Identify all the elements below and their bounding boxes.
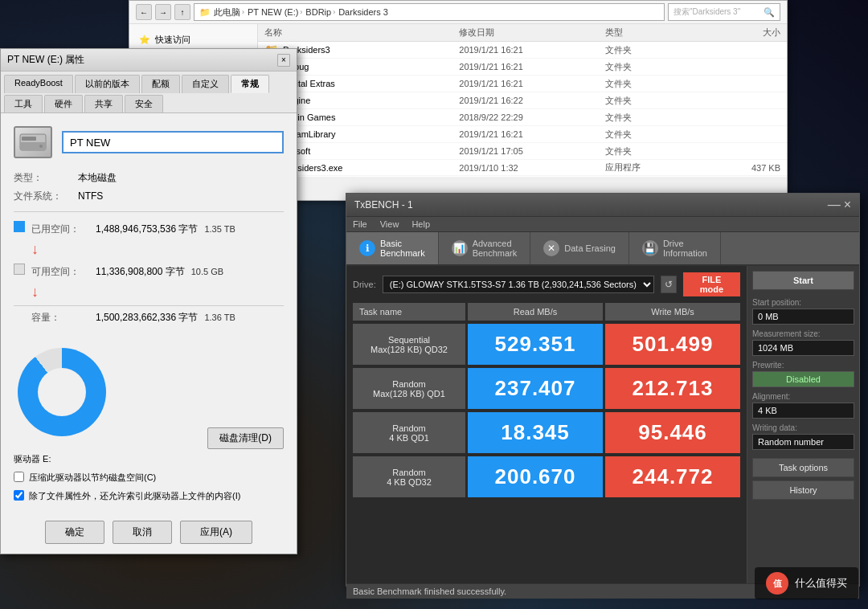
tab-basic-benchmark[interactable]: ℹ BasicBenchmark <box>346 232 439 264</box>
drive-letter-label: 驱动器 E: <box>14 453 51 465</box>
txbench-min-btn[interactable]: — <box>828 198 841 212</box>
tab-security[interactable]: 安全 <box>125 95 163 112</box>
star-icon: ⭐ <box>139 35 150 45</box>
total-label: 容量： <box>31 311 96 325</box>
ok-btn[interactable]: 确定 <box>45 521 104 544</box>
index-checkbox[interactable] <box>14 490 24 501</box>
tab-hardware[interactable]: 硬件 <box>44 95 83 112</box>
menu-view[interactable]: View <box>380 219 399 229</box>
props-title: PT NEW (E:) 属性 <box>7 53 84 67</box>
list-item[interactable]: 📁Engine 2019/1/21 16:22 文件夹 <box>258 92 787 109</box>
file-type: 文件夹 <box>605 78 702 90</box>
watermark-text: 什么值得买 <box>795 576 847 591</box>
header-size: 大小 <box>702 27 780 39</box>
data-erasing-label: Data Erasing <box>564 243 616 253</box>
index-checkbox-row: 除了文件属性外，还允许索引此驱动器上文件的内容(I) <box>14 490 284 502</box>
tab-general[interactable]: 常规 <box>231 75 269 93</box>
file-date: 2019/1/21 16:21 <box>459 79 605 88</box>
tab-tools[interactable]: 工具 <box>4 95 43 112</box>
history-btn[interactable]: History <box>752 480 854 500</box>
checkboxes-area: 压缩此驱动器以节约磁盘空间(C) 除了文件属性外，还允许索引此驱动器上文件的内容… <box>14 472 284 502</box>
drive-select-row: Drive: (E:) GLOWAY STK1.5TS3-S7 1.36 TB … <box>353 272 740 296</box>
writing-value: Random number <box>752 434 854 450</box>
file-date: 2019/1/21 16:21 <box>459 129 605 139</box>
bench-write-value: 501.499 <box>605 324 740 365</box>
drive-name-input[interactable] <box>62 131 284 153</box>
tab-previous[interactable]: 以前的版本 <box>75 75 140 93</box>
tab-quota[interactable]: 配额 <box>141 75 180 93</box>
nav-up-btn[interactable]: ↑ <box>174 4 190 20</box>
props-close-btn[interactable]: × <box>277 54 290 67</box>
used-row: 已用空间： 1,488,946,753,536 字节 1.35 TB <box>14 220 284 236</box>
file-type: 应用程序 <box>605 161 702 174</box>
list-item[interactable]: 📁Darksiders3 2019/1/21 16:21 文件夹 <box>258 42 787 59</box>
drive-select[interactable]: (E:) GLOWAY STK1.5TS3-S7 1.36 TB (2,930,… <box>383 276 654 293</box>
col-write: Write MB/s <box>605 303 740 321</box>
compress-checkbox[interactable] <box>14 472 24 482</box>
start-btn[interactable]: Start <box>752 271 854 290</box>
bench-task-name: RandomMax(128 KB) QD1 <box>353 368 465 409</box>
list-item[interactable]: ⚙Darksiders3.exe 2019/1/10 1:32 应用程序 437… <box>258 160 787 176</box>
bench-sidebar: Start Start position: 0 MB Measurement s… <box>747 266 859 583</box>
bench-task-name: Random4 KB QD1 <box>353 412 465 453</box>
bench-read-value: 18.345 <box>468 412 603 453</box>
used-size: 1.35 TB <box>204 224 235 234</box>
props-titlebar: PT NEW (E:) 属性 × <box>1 49 297 72</box>
nav-back-btn[interactable]: ← <box>136 4 152 20</box>
bench-data-row: Random4 KB QD32 200.670 244.772 <box>353 456 740 497</box>
nav-forward-btn[interactable]: → <box>155 4 171 20</box>
tab-advanced-benchmark[interactable]: 📊 AdvancedBenchmark <box>439 232 531 264</box>
bench-table-header: Task name Read MB/s Write MB/s <box>353 303 740 321</box>
bench-read-value: 237.407 <box>468 368 603 409</box>
list-item[interactable]: 📁Debug 2019/1/21 16:21 文件夹 <box>258 59 787 76</box>
address-segment-darksiders: Darksiders 3 <box>338 7 388 17</box>
list-item[interactable]: 📁origin Games 2018/9/22 22:29 文件夹 <box>258 109 787 126</box>
tab-readyboost[interactable]: ReadyBoost <box>4 75 73 93</box>
measurement-label: Measurement size: <box>752 329 854 338</box>
search-placeholder-text: 搜索"Darksiders 3" <box>674 6 740 18</box>
fs-value: NTFS <box>78 190 103 202</box>
tab-share[interactable]: 共享 <box>84 95 123 112</box>
task-options-btn[interactable]: Task options <box>752 458 854 477</box>
list-item[interactable]: 📁Digital Extras 2019/1/21 16:21 文件夹 <box>258 76 787 92</box>
address-bar[interactable]: 📁 此电脑 › PT NEW (E:) › BDRip › Darksiders… <box>194 3 665 21</box>
txbench-close-btn[interactable]: × <box>844 198 851 212</box>
sidebar-quick-access[interactable]: ⭐ 快速访问 <box>136 32 251 47</box>
refresh-btn[interactable]: ↺ <box>661 276 677 293</box>
list-item[interactable]: 📄done.txt 2018/11/28 8:25 文本文档 0 KB <box>258 176 787 177</box>
bench-data-row: SequentialMax(128 KB) QD32 529.351 501.4… <box>353 324 740 365</box>
file-mode-btn[interactable]: FILE mode <box>683 272 740 296</box>
total-bytes: 1,500,283,662,336 字节 <box>96 311 198 325</box>
used-color-indicator <box>14 221 25 232</box>
type-value: 本地磁盘 <box>78 171 117 185</box>
menu-file[interactable]: File <box>353 219 367 229</box>
total-row: 容量： 1,500,283,662,336 字节 1.36 TB <box>14 311 284 325</box>
file-date: 2019/1/10 1:32 <box>459 163 605 173</box>
props-info: 类型： 本地磁盘 文件系统： NTFS 已用空间： 1,488,946,753,… <box>14 171 284 325</box>
drive-letter-area: 驱动器 E: <box>14 453 110 465</box>
menu-help[interactable]: Help <box>411 219 430 229</box>
drive-select-label: Drive: <box>353 280 376 289</box>
list-item[interactable]: 📁Ubisoft 2019/1/21 17:05 文件夹 <box>258 143 787 160</box>
cancel-btn[interactable]: 取消 <box>113 521 172 544</box>
bench-write-value: 212.713 <box>605 368 740 409</box>
bench-data-row: RandomMax(128 KB) QD1 237.407 212.713 <box>353 368 740 409</box>
writing-label: Writing data: <box>752 423 854 432</box>
disk-section: 驱动器 E: 磁盘清理(D) <box>14 331 284 465</box>
file-type: 文件夹 <box>605 112 702 124</box>
apply-btn[interactable]: 应用(A) <box>180 521 252 544</box>
tab-custom[interactable]: 自定义 <box>182 75 229 93</box>
search-bar[interactable]: 搜索"Darksiders 3" 🔍 <box>668 3 780 21</box>
tab-drive-information[interactable]: 💾 DriveInformation <box>629 232 721 264</box>
files-header: 名称 修改日期 类型 大小 <box>258 24 787 42</box>
tab-data-erasing[interactable]: ✕ Data Erasing <box>530 232 629 264</box>
start-position-value: 0 MB <box>752 309 854 325</box>
disk-visual-area: 驱动器 E: <box>14 331 110 465</box>
list-item[interactable]: 📁SteamLibrary 2019/1/21 16:21 文件夹 <box>258 126 787 143</box>
disk-clean-btn[interactable]: 磁盘清理(D) <box>207 427 284 449</box>
file-type: 文件夹 <box>605 95 702 107</box>
prewrite-label: Prewrite: <box>752 361 854 370</box>
props-tabs: ReadyBoost 以前的版本 配额 自定义 常规 工具 硬件 共享 安全 <box>1 72 297 113</box>
bench-main: Drive: (E:) GLOWAY STK1.5TS3-S7 1.36 TB … <box>346 266 747 583</box>
bench-write-value: 95.446 <box>605 412 740 453</box>
